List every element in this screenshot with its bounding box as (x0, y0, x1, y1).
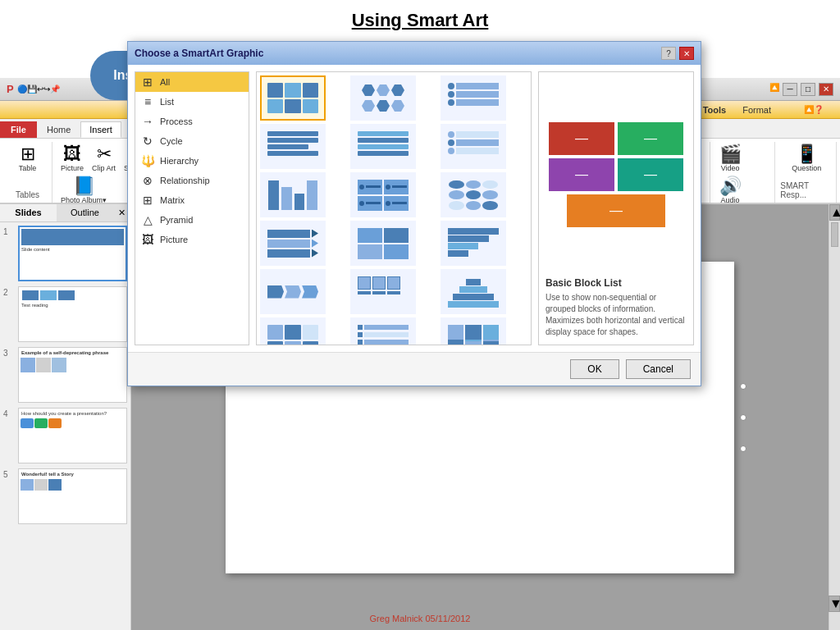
preview-shapes: — — — — — (546, 79, 687, 271)
all-icon: ⊞ (140, 75, 155, 89)
category-hierarchy[interactable]: 🔱 Hierarchy (135, 151, 249, 171)
hierarchy-icon: 🔱 (140, 154, 155, 167)
smartart-preview-pane: — — — — — Basic Block List Use to show n… (538, 71, 694, 345)
page-background: Using Smart Art Insert P 🔵💾↩↪📌 READStuff… (0, 0, 840, 630)
category-relationship[interactable]: ⊗ Relationship (135, 171, 249, 190)
dialog-help-button[interactable]: ? (661, 47, 676, 60)
smartart-grid (256, 71, 532, 345)
dialog-title-bar: Choose a SmartArt Graphic ? ✕ (128, 42, 701, 65)
category-list-item[interactable]: ≡ List (135, 92, 249, 112)
smartart-item-stepped[interactable] (441, 221, 506, 266)
cycle-icon: ↻ (140, 135, 155, 148)
dialog-title: Choose a SmartArt Graphic (135, 48, 263, 59)
smartart-item-lines1[interactable] (260, 124, 326, 169)
smartart-item-picture1[interactable] (350, 269, 416, 314)
category-picture[interactable]: 🖼 Picture (135, 230, 249, 249)
smartart-item-lines2[interactable] (350, 124, 416, 169)
matrix-icon: ⊞ (140, 194, 155, 207)
preview-rect-purple: — (549, 158, 614, 191)
smartart-item-grid2[interactable] (260, 317, 326, 345)
smartart-item-matrix[interactable] (350, 221, 416, 266)
smartart-item-tabs[interactable] (350, 172, 416, 217)
smartart-item-barlist[interactable] (350, 317, 416, 345)
preview-rect-red: — (549, 122, 614, 155)
smartart-item-basic-block[interactable] (260, 75, 326, 121)
preview-title: Basic Block List (546, 277, 687, 289)
pyramid-icon: △ (140, 213, 155, 226)
dialog-ok-button[interactable]: OK (570, 359, 619, 379)
process-icon: → (140, 115, 155, 128)
picture-cat-icon: 🖼 (140, 233, 155, 246)
relationship-icon: ⊗ (140, 174, 155, 187)
preview-description: Use to show non-sequential or grouped bl… (546, 292, 687, 338)
preview-rect-green: — (618, 122, 683, 155)
category-matrix[interactable]: ⊞ Matrix (135, 190, 249, 210)
smartart-item-chevrons[interactable] (260, 269, 326, 314)
category-pyramid[interactable]: △ Pyramid (135, 210, 249, 230)
preview-row-2: — — (549, 158, 683, 191)
dialog-cancel-button[interactable]: Cancel (626, 359, 691, 379)
preview-rect-teal: — (618, 158, 683, 191)
smartart-item-stacked[interactable] (441, 75, 506, 121)
category-process[interactable]: → Process (135, 112, 249, 131)
preview-rect-orange: — (567, 194, 665, 227)
smartart-item-arrows[interactable] (260, 221, 326, 266)
smartart-item-dotlines[interactable] (441, 124, 506, 169)
dialog-close-button[interactable]: ✕ (679, 47, 694, 60)
dialog-footer: OK Cancel (128, 352, 701, 386)
smartart-item-colblocks[interactable] (441, 317, 506, 345)
preview-row-3: — (567, 194, 665, 227)
smartart-item-vbars[interactable] (260, 172, 326, 217)
dialog-controls: ? ✕ (661, 47, 694, 60)
dialog-overlay: Choose a SmartArt Graphic ? ✕ ⊞ All ≡ Li… (0, 0, 840, 630)
category-list: ⊞ All ≡ List → Process ↻ Cycle (135, 71, 249, 345)
preview-row-1: — — (549, 122, 683, 155)
list-cat-icon: ≡ (140, 95, 155, 108)
smartart-item-pyramid[interactable] (441, 269, 506, 314)
smartart-item-dotgrid[interactable] (441, 172, 506, 217)
dialog-body: ⊞ All ≡ List → Process ↻ Cycle (128, 65, 701, 352)
category-all[interactable]: ⊞ All (135, 72, 249, 92)
category-cycle[interactable]: ↻ Cycle (135, 131, 249, 151)
smartart-dialog: Choose a SmartArt Graphic ? ✕ ⊞ All ≡ Li… (127, 41, 701, 386)
smartart-item-hex[interactable] (350, 75, 416, 121)
